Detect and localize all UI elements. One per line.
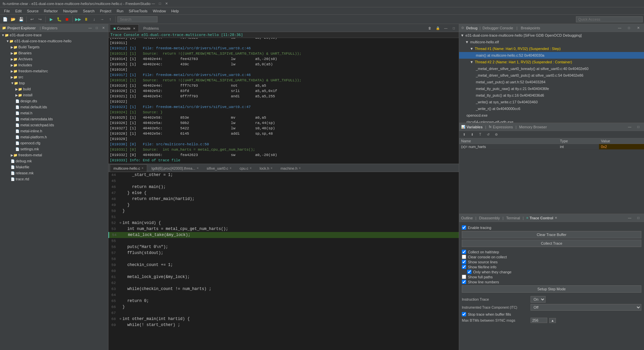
close-button[interactable]: ✕ [164,1,169,6]
show-full-paths-checkbox[interactable] [462,275,466,279]
show-file-checkbox[interactable] [462,265,466,269]
trace-minimize-btn[interactable]: — [626,214,633,222]
disassembly-tab[interactable]: Disassembly [479,216,500,220]
debug-tree-item[interactable]: metal_tty_putc() at tty.c:16 0x40404036d… [459,92,644,99]
expressions-tab[interactable]: Expressions [493,125,513,129]
maximize-button[interactable]: □ [157,1,163,6]
tree-item-src[interactable]: ▶📁src [0,74,108,80]
debug-tree-item[interactable]: _write() at sys_write.c:17 0x40403460 [459,99,644,105]
menu-item-edit[interactable]: Edit [13,8,24,14]
tree-item-freedom-metal-src[interactable]: ▶📁freedom-metal/src [0,68,108,74]
variable-row[interactable]: (x)= num_hartsint0x2 [459,144,644,150]
tree-item-includes[interactable]: ▶📁Includes [0,62,108,68]
toolbar-new[interactable]: 📄 [1,16,9,23]
minimize-button[interactable]: — [150,1,156,6]
tree-item-trace-rtd[interactable]: 📄trace.rtd [0,176,108,182]
tree-item-openocd-cfg[interactable]: 📄openocd.cfg [0,140,108,146]
debug-tree-item[interactable]: ▼Thread #1 (Name: Hart 0, RV32) (Suspend… [459,45,644,52]
editor-tab-machine-h[interactable]: machine.h × [277,164,305,172]
tree-item-metal-scratchpad-lds[interactable]: 📄metal.scratchpad.lds [0,122,108,128]
console-clear-btn[interactable]: 🗑 [426,24,433,32]
memory-browser-tab[interactable]: Memory Browser [519,125,547,129]
tree-item-metal-inline-h[interactable]: 📄metal-inline.h [0,128,108,134]
clear-trace-buffer-btn[interactable]: Clear Trace Buffer [462,231,641,238]
registers-tab[interactable]: Registers [42,26,57,30]
toolbar-debug[interactable]: 🐛 [55,16,63,23]
toolbar-run[interactable]: ▶ [47,16,55,23]
tree-item-debug-mk[interactable]: 📄debug.mk [0,158,108,164]
menu-item-refactor[interactable]: Refactor [41,8,61,14]
tree-item-metal-default-lds[interactable]: 📄metal.default.lds [0,104,108,110]
maximize-panel-btn[interactable]: □ [94,25,99,31]
tree-item-archives[interactable]: ▶📁Archives [0,56,108,62]
max-btms-spinner-up[interactable]: ▲ [549,318,556,323]
vars-settings-btn[interactable]: ⚙ [493,131,500,138]
toolbar-step-into[interactable]: ↓ [90,16,98,23]
quick-access-input[interactable] [576,16,643,22]
toolbar-redo[interactable]: ↪ [36,16,44,23]
vars-show-type-btn[interactable]: T [476,131,484,138]
outline-tab[interactable]: Outline [461,216,473,220]
console-minimize-btn[interactable]: — [442,24,449,32]
fold-arrow[interactable]: ⊖ [119,316,121,322]
tree-item-build[interactable]: ▶📁build [0,86,108,92]
toolbar-resume[interactable]: ▶▶ [74,16,82,23]
tree-item-makefile[interactable]: 📄Makefile [0,164,108,170]
trace-maximize-btn[interactable]: □ [635,214,642,222]
fold-arrow[interactable]: ⊖ [119,220,121,226]
show-line-numbers-checkbox[interactable] [462,280,466,284]
debug-minimize-btn[interactable]: — [616,24,623,32]
itc-select[interactable]: Off On [531,304,641,311]
search-input[interactable] [117,16,157,22]
variables-tab[interactable]: Variables [466,125,482,129]
tab-close[interactable]: × [250,166,252,170]
tree-item-bsp[interactable]: ▼📁bsp [0,80,108,86]
editor-tab-cpu-c[interactable]: cpu.c × [236,164,255,172]
terminal-tab[interactable]: Terminal [506,216,520,220]
toolbar-open[interactable]: 📂 [9,16,17,23]
tree-item-settings-mk[interactable]: 📄settings.mk [0,146,108,152]
tab-close[interactable]: × [271,166,273,170]
breakpoints-tab[interactable]: Breakpoints [521,26,540,30]
debug-maximize-btn[interactable]: □ [625,24,633,32]
enable-tracing-checkbox[interactable] [462,225,466,230]
toolbar-suspend[interactable]: ⏸ [82,16,90,23]
debug-tree-item[interactable]: _write_r() at 0x4040000cc6 [459,105,644,112]
menu-item-window[interactable]: Window [150,8,169,14]
debugger-console-tab[interactable]: Debugger Console [482,26,513,30]
tree-item-build-targets[interactable]: ▶📁Build Targets [0,44,108,50]
trace-control-tab[interactable]: Trace Control [530,216,553,220]
console-content[interactable]: [019309] [1] Source: long control_base =… [108,38,459,164]
menu-item-navigate[interactable]: Navigate [60,8,80,14]
toolbar-save[interactable]: 💾 [17,16,25,23]
tab-close[interactable]: × [299,166,301,170]
debug-tree-item[interactable]: main() at multicore-hello.c:52 0x4040030… [459,52,644,59]
debug-tree-item[interactable]: metal_uart_putc() at uart.h:52 0x4040328… [459,79,644,85]
close-panel-btn[interactable]: ✕ [101,25,106,31]
editor-tab-multicore-hello-c[interactable]: multicore-hello.c × [110,164,147,172]
tab-close[interactable]: × [230,166,232,170]
editor-tab-lock-h[interactable]: lock.h × [256,164,276,172]
tree-item-release-mk[interactable]: 📄release.mk [0,170,108,176]
tree-item-metal-platform-h[interactable]: 📄metal-platform.h [0,134,108,140]
max-btms-input[interactable] [531,318,547,323]
vars-expand-btn[interactable]: ⬇ [468,131,476,138]
vars-maximize-btn[interactable]: □ [635,123,642,131]
toolbar-undo[interactable]: ↩ [28,16,36,23]
editor-content[interactable]: 44 _start_other = 1;4546 return main();4… [108,172,459,350]
stop-trace-checkbox[interactable] [462,312,466,316]
tree-item-metal-h[interactable]: 📄metal.h [0,110,108,116]
debug-tree-item[interactable]: openocd.exe [459,112,644,119]
menu-item-help[interactable]: Help [169,8,182,14]
tab-close[interactable]: × [141,166,143,170]
toolbar-stop[interactable]: ⏹ [63,16,71,23]
menu-item-search[interactable]: Search [80,8,97,14]
debug-tree-item[interactable]: riscv64-unknown-elf-gdb.exe [459,119,644,123]
minimize-panel-btn[interactable]: — [87,25,93,31]
tree-item-binaries[interactable]: ▶📁Binaries [0,50,108,56]
collect-trace-btn[interactable]: Collect Trace [462,240,641,247]
vars-collapse-btn[interactable]: ⬆ [460,131,468,138]
collect-on-halt-checkbox[interactable] [462,250,466,254]
tab-console[interactable]: ■ Console × [110,24,139,32]
tab-close[interactable]: × [197,166,199,170]
